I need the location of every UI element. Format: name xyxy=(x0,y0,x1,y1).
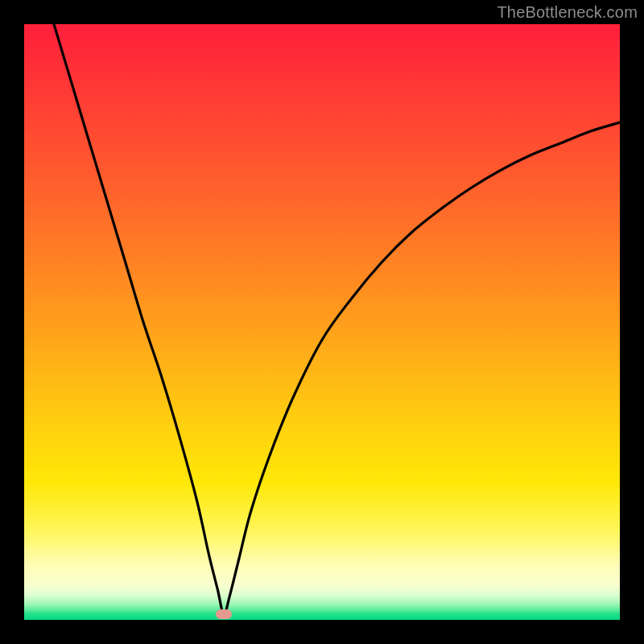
watermark-text: TheBottleneck.com xyxy=(497,3,638,22)
chart-frame: TheBottleneck.com xyxy=(0,0,644,644)
minimum-marker xyxy=(216,609,232,619)
curve-layer xyxy=(24,24,620,620)
bottleneck-curve xyxy=(54,24,620,614)
plot-area xyxy=(24,24,620,620)
